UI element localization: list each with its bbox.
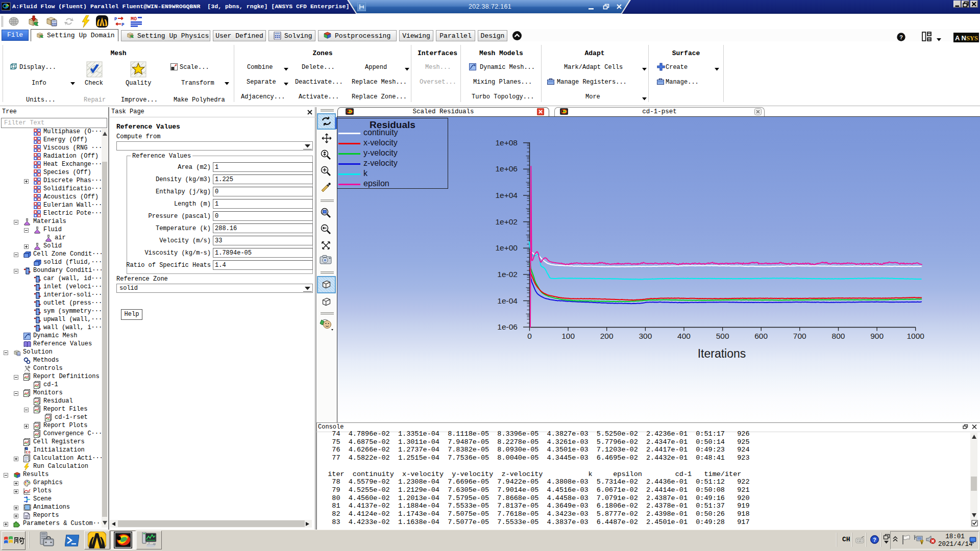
svg-text:P: P [121, 22, 125, 27]
svg-text:1e+00: 1e+00 [495, 243, 518, 252]
svg-text:300: 300 [639, 332, 652, 340]
svg-text:P: P [114, 17, 117, 22]
svg-text:0: 0 [527, 332, 532, 340]
svg-text:1e-06: 1e-06 [497, 322, 518, 331]
svg-text:900: 900 [870, 332, 884, 340]
svg-text:1e+08: 1e+08 [495, 138, 518, 147]
svg-text:1000: 1000 [906, 332, 924, 340]
svg-text:t:0: t:0 [26, 450, 31, 454]
svg-text:1e+04: 1e+04 [495, 191, 518, 199]
svg-text:SYS: SYS [966, 34, 978, 42]
svg-text:?: ? [899, 34, 903, 40]
svg-text:?: ? [873, 537, 876, 543]
svg-text:Iterations: Iterations [698, 347, 746, 360]
svg-text:1e-04: 1e-04 [497, 296, 518, 305]
svg-text:MO: MO [131, 16, 137, 22]
svg-text:200: 200 [600, 332, 614, 340]
svg-text:600: 600 [754, 332, 768, 340]
svg-text:400: 400 [677, 332, 691, 340]
svg-text:100: 100 [561, 332, 575, 340]
svg-text:!: ! [921, 541, 922, 544]
svg-text:700: 700 [793, 332, 806, 340]
svg-text:AN: AN [955, 34, 966, 42]
svg-text:1e+06: 1e+06 [495, 164, 518, 173]
svg-text:500: 500 [716, 332, 729, 340]
svg-text:1e+02: 1e+02 [495, 217, 518, 226]
svg-text:1e-02: 1e-02 [497, 270, 518, 279]
svg-text:800: 800 [832, 332, 845, 340]
